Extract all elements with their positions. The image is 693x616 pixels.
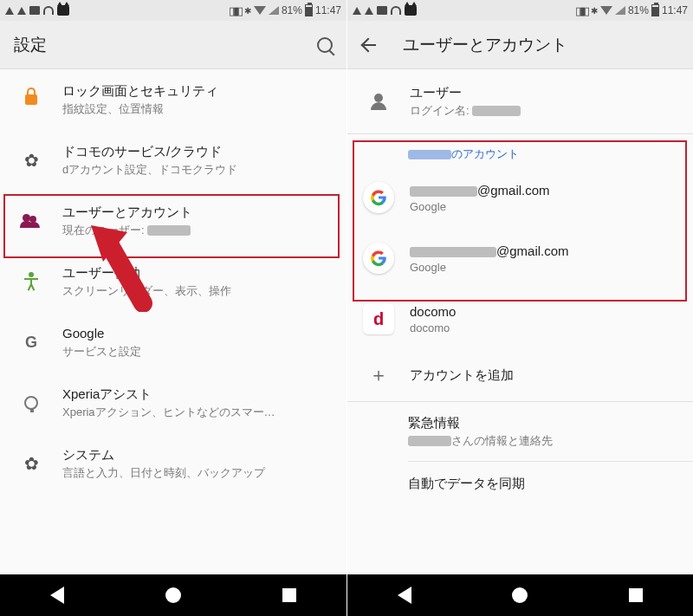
wifi-icon	[600, 6, 612, 15]
search-icon[interactable]	[317, 37, 333, 53]
row-user[interactable]: ユーザー ログイン名:	[347, 69, 693, 133]
lock-icon	[25, 94, 37, 105]
signal-icon	[269, 6, 279, 15]
row-subtitle: 言語と入力、日付と時刻、バックアップ	[62, 465, 333, 481]
row-google-account-1[interactable]: @gmail.com Google	[347, 167, 693, 228]
app-bar: ユーザーとアカウント	[347, 21, 693, 69]
app-icon	[57, 5, 69, 16]
row-title: ロック画面とセキュリティ	[62, 82, 333, 100]
status-bar: ▯▮▯ ✱ 81% 11:47	[347, 0, 693, 21]
docomo-icon: d	[363, 303, 394, 334]
clock: 11:47	[662, 4, 688, 16]
users-icon	[23, 214, 40, 228]
users-accounts-screen: ▯▮▯ ✱ 81% 11:47 ユーザーとアカウント ユーザー ログイン名:	[346, 0, 693, 616]
row-title: Google	[62, 325, 333, 342]
row-google[interactable]: G Google サービスと設定	[0, 312, 346, 373]
page-title: 設定	[14, 34, 47, 56]
row-title: ドコモのサービス/クラウド	[62, 143, 333, 160]
nav-home-icon[interactable]	[512, 587, 528, 603]
warning-icon	[365, 7, 373, 15]
row-title: ユーザー	[410, 84, 679, 101]
plus-icon: ＋	[369, 362, 388, 388]
row-system[interactable]: ✿ システム 言語と入力、日付と時刻、バックアップ	[0, 433, 346, 494]
account-email: @gmail.com	[410, 182, 679, 199]
row-title: ユーザーとアカウント	[62, 204, 333, 221]
row-title: docomo	[410, 303, 679, 321]
signal-icon	[615, 6, 625, 15]
nav-bar	[0, 574, 346, 616]
battery-icon	[305, 4, 313, 16]
status-bar: ▯▮▯ ✱ 81% 11:47	[0, 0, 346, 21]
row-subtitle: 指紋設定、位置情報	[62, 101, 333, 117]
gear-icon: ✿	[24, 150, 39, 171]
row-title: アカウントを追加	[410, 366, 679, 384]
row-google-account-2[interactable]: @gmail.com Google	[347, 228, 693, 289]
back-icon[interactable]	[361, 36, 379, 54]
row-subtitle: スクリーンリーダー、表示、操作	[62, 283, 333, 299]
nav-bar	[347, 574, 693, 616]
warning-icon	[5, 7, 14, 15]
row-users-accounts[interactable]: ユーザーとアカウント 現在のユーザー:	[0, 191, 346, 251]
nav-recents-icon[interactable]	[629, 588, 643, 602]
bulb-icon	[24, 396, 38, 410]
gear-icon: ✿	[24, 453, 39, 474]
battery-pct: 81%	[282, 4, 302, 16]
headphones-icon	[391, 6, 401, 15]
account-provider: Google	[410, 261, 679, 274]
accessibility-icon	[23, 274, 39, 289]
nav-home-icon[interactable]	[165, 587, 181, 603]
battery-icon	[651, 4, 659, 16]
row-subtitle: docomo	[410, 321, 679, 334]
google-g-icon: G	[22, 334, 41, 352]
row-title: 緊急情報	[408, 414, 679, 431]
vibrate-icon: ▯▮▯	[575, 4, 588, 17]
row-subtitle: Xperiaアクション、ヒントなどのスマー…	[62, 405, 333, 420]
settings-list[interactable]: ロック画面とセキュリティ 指紋設定、位置情報 ✿ ドコモのサービス/クラウド d…	[0, 69, 346, 574]
battery-pct: 81%	[628, 4, 649, 16]
bluetooth-icon: ✱	[591, 6, 598, 16]
nav-back-icon[interactable]	[50, 587, 64, 604]
settings-screen: ▯▮▯ ✱ 81% 11:47 設定 ロック画面とセキュリティ 指紋設定、位置情…	[0, 0, 346, 616]
row-title: 自動でデータを同期	[408, 475, 679, 492]
row-docomo-account[interactable]: d docomo docomo	[347, 289, 693, 349]
vibrate-icon: ▯▮▯	[229, 4, 242, 17]
row-title: ユーザー補助	[62, 264, 333, 282]
bluetooth-icon: ✱	[244, 6, 251, 16]
wifi-icon	[254, 6, 266, 15]
image-icon	[29, 6, 40, 15]
warning-icon	[17, 7, 26, 15]
accounts-section-label: のアカウント	[347, 134, 693, 167]
row-subtitle: サービスと設定	[62, 344, 333, 360]
nav-recents-icon[interactable]	[282, 588, 296, 602]
row-lock-security[interactable]: ロック画面とセキュリティ 指紋設定、位置情報	[0, 69, 346, 130]
nav-back-icon[interactable]	[398, 587, 411, 604]
person-icon	[371, 94, 386, 109]
row-title: Xperiaアシスト	[62, 386, 333, 403]
app-icon	[405, 5, 417, 16]
row-title: システム	[62, 446, 333, 464]
row-subtitle: dアカウント設定、ドコモクラウド	[62, 162, 333, 178]
warning-icon	[353, 7, 361, 15]
row-xperia-assist[interactable]: Xperiaアシスト Xperiaアクション、ヒントなどのスマー…	[0, 373, 346, 433]
account-email: @gmail.com	[410, 243, 679, 260]
account-provider: Google	[410, 200, 679, 213]
image-icon	[377, 6, 387, 15]
row-add-account[interactable]: ＋ アカウントを追加	[347, 349, 693, 401]
google-icon	[363, 182, 394, 213]
row-subtitle: ログイン名:	[410, 103, 679, 119]
row-autosync[interactable]: 自動でデータを同期	[347, 462, 693, 505]
row-docomo-services[interactable]: ✿ ドコモのサービス/クラウド dアカウント設定、ドコモクラウド	[0, 130, 346, 191]
row-accessibility[interactable]: ユーザー補助 スクリーンリーダー、表示、操作	[0, 251, 346, 312]
row-subtitle: 現在のユーザー:	[62, 223, 333, 238]
google-icon	[363, 243, 394, 274]
headphones-icon	[43, 6, 54, 15]
clock: 11:47	[315, 4, 341, 16]
row-subtitle: さんの情報と連絡先	[408, 433, 679, 449]
accounts-list[interactable]: ユーザー ログイン名: のアカウント @gmail.com Google	[347, 69, 693, 574]
row-emergency-info[interactable]: 緊急情報 さんの情報と連絡先	[347, 402, 693, 461]
app-bar: 設定	[0, 21, 346, 69]
page-title: ユーザーとアカウント	[403, 34, 567, 56]
